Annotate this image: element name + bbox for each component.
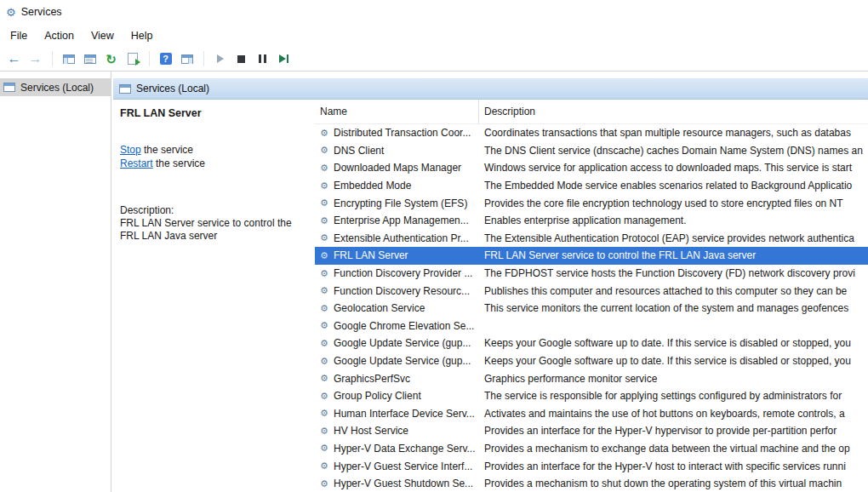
restart-service-line: Restart the service <box>120 157 306 170</box>
table-row[interactable]: ⚙Enterprise App Managemen...Enables ente… <box>315 212 868 230</box>
table-row[interactable]: ⚙Hyper-V Data Exchange Serv...Provides a… <box>315 440 868 458</box>
service-description-cell: Provides the core file encryption techno… <box>479 197 868 209</box>
description-label: Description: <box>120 204 306 217</box>
toolbar-separator <box>143 51 150 66</box>
table-row[interactable]: ⚙Group Policy ClientThe service is respo… <box>315 387 868 405</box>
table-row[interactable]: ⚙HV Host ServiceProvides an interface fo… <box>315 422 868 440</box>
main-header-strip: Services (Local) <box>113 78 868 100</box>
refresh-button[interactable] <box>100 49 122 69</box>
table-row[interactable]: ⚙GraphicsPerfSvcGraphics performance mon… <box>315 369 868 387</box>
service-gear-icon: ⚙ <box>318 129 330 138</box>
table-row[interactable]: ⚙Google Update Service (gup...Keeps your… <box>315 335 868 352</box>
service-gear-icon: ⚙ <box>318 426 330 436</box>
service-gear-icon: ⚙ <box>318 181 330 191</box>
table-row[interactable]: ⚙FRL LAN ServerFRL LAN Server service to… <box>315 247 868 265</box>
service-detail-pane: FRL LAN Server Stop the service Restart … <box>113 100 315 492</box>
service-name-cell: Human Interface Device Serv... <box>334 408 479 420</box>
list-column-headers: Name Description <box>315 100 868 124</box>
service-gear-icon: ⚙ <box>318 269 330 278</box>
table-row[interactable]: ⚙Embedded ModeThe Embedded Mode service … <box>315 177 868 195</box>
table-row[interactable]: ⚙Function Discovery Provider ...The FDPH… <box>315 265 868 283</box>
table-row[interactable]: ⚙Downloaded Maps ManagerWindows service … <box>315 159 868 177</box>
service-description-cell: Provides a mechanism to exchange data be… <box>479 443 868 455</box>
menu-file[interactable]: File <box>2 26 36 45</box>
table-row[interactable]: ⚙Encrypting File System (EFS)Provides th… <box>315 194 868 212</box>
service-gear-icon: ⚙ <box>318 409 330 418</box>
service-gear-icon: ⚙ <box>318 443 330 453</box>
window-title: Services <box>21 6 62 18</box>
table-row[interactable]: ⚙Extensible Authentication Pr...The Exte… <box>315 230 868 248</box>
start-service-button[interactable] <box>209 49 231 69</box>
service-gear-icon: ⚙ <box>318 304 330 313</box>
restart-service-link[interactable]: Restart <box>120 157 153 169</box>
menu-view[interactable]: View <box>83 26 123 45</box>
service-name-cell: HV Host Service <box>334 425 479 437</box>
menu-action[interactable]: Action <box>36 26 83 45</box>
service-description-cell: Graphics performance monitor service <box>479 373 868 385</box>
service-description-cell: The DNS Client service (dnscache) caches… <box>479 145 868 157</box>
service-name-cell: DNS Client <box>334 145 479 157</box>
properties-button[interactable] <box>79 49 100 69</box>
show-console-tree-button[interactable] <box>58 49 79 69</box>
services-window: ⚙ Services FileActionViewHelp Services (… <box>0 0 868 492</box>
menu-help[interactable]: Help <box>123 26 162 45</box>
service-description-cell: Publishes this computer and resources at… <box>479 285 868 297</box>
column-header-description[interactable]: Description <box>479 100 868 123</box>
main-header-label: Services (Local) <box>136 83 209 94</box>
service-name-cell: Downloaded Maps Manager <box>334 162 479 174</box>
service-gear-icon: ⚙ <box>318 163 330 173</box>
back-button[interactable] <box>3 49 25 69</box>
service-description-cell: The FDPHOST service hosts the Function D… <box>479 267 868 279</box>
service-description-cell: Coordinates transactions that span multi… <box>479 127 868 139</box>
service-name-cell: Hyper-V Guest Shutdown Se... <box>334 478 479 489</box>
service-description-cell: This service monitors the current locati… <box>479 302 868 314</box>
service-name-cell: Google Update Service (gup... <box>334 355 479 367</box>
service-gear-icon: ⚙ <box>318 146 330 155</box>
tree-item-services-local[interactable]: Services (Local) <box>0 78 111 96</box>
main-body: FRL LAN Server Stop the service Restart … <box>113 100 868 492</box>
table-row[interactable]: ⚙Geolocation ServiceThis service monitor… <box>315 300 868 318</box>
service-description-cell: Keeps your Google software up to date. I… <box>479 337 868 349</box>
stop-service-suffix: the service <box>141 144 193 156</box>
service-gear-icon: ⚙ <box>318 339 330 348</box>
table-row[interactable]: ⚙Hyper-V Guest Shutdown Se...Provides a … <box>315 475 868 492</box>
export-list-button[interactable] <box>122 49 143 69</box>
title-bar: ⚙ Services <box>0 0 868 24</box>
pause-service-button[interactable] <box>252 49 273 69</box>
table-row[interactable]: ⚙Function Discovery Resourc...Publishes … <box>315 282 868 300</box>
service-description-cell: Provides an interface for the Hyper-V ho… <box>479 461 868 472</box>
service-gear-icon: ⚙ <box>318 286 330 295</box>
stop-service-button[interactable] <box>231 49 252 69</box>
service-name-cell: Embedded Mode <box>334 180 479 192</box>
table-row[interactable]: ⚙Google Chrome Elevation Se... <box>315 318 868 335</box>
service-name-cell: Distributed Transaction Coor... <box>334 127 479 139</box>
table-row[interactable]: ⚙Distributed Transaction Coor...Coordina… <box>315 124 868 142</box>
show-action-pane-button[interactable] <box>176 49 197 69</box>
restart-service-button[interactable] <box>273 49 294 69</box>
service-description-cell: FRL LAN Server service to control the FR… <box>479 249 868 261</box>
services-list-pane: Name Description ⚙Distributed Transactio… <box>315 100 868 492</box>
table-row[interactable]: ⚙DNS ClientThe DNS Client service (dnsca… <box>315 142 868 160</box>
service-gear-icon: ⚙ <box>318 216 330 226</box>
service-name-cell: Enterprise App Managemen... <box>334 215 479 226</box>
column-header-name[interactable]: Name <box>315 100 479 123</box>
stop-service-line: Stop the service <box>120 143 306 157</box>
service-name-cell: Group Policy Client <box>334 390 479 402</box>
service-name-cell: Function Discovery Resourc... <box>334 285 479 297</box>
menu-bar: FileActionViewHelp <box>0 24 868 47</box>
stop-service-link[interactable]: Stop <box>120 144 141 156</box>
console-tree-pane: Services (Local) <box>0 72 111 492</box>
services-list: ⚙Distributed Transaction Coor...Coordina… <box>315 124 868 492</box>
tree-item-label: Services (Local) <box>20 82 94 94</box>
help-button[interactable] <box>155 49 176 69</box>
service-name-cell: Google Chrome Elevation Se... <box>334 320 479 332</box>
table-row[interactable]: ⚙Hyper-V Guest Service Interf...Provides… <box>315 457 868 475</box>
service-gear-icon: ⚙ <box>318 479 330 489</box>
forward-button[interactable] <box>25 49 46 69</box>
table-row[interactable]: ⚙Human Interface Device Serv...Activates… <box>315 405 868 423</box>
service-name-cell: FRL LAN Server <box>334 249 479 261</box>
service-name-cell: Geolocation Service <box>334 302 479 314</box>
table-row[interactable]: ⚙Google Update Service (gup...Keeps your… <box>315 352 868 370</box>
service-gear-icon: ⚙ <box>318 357 330 366</box>
service-name-cell: Hyper-V Guest Service Interf... <box>334 461 479 472</box>
